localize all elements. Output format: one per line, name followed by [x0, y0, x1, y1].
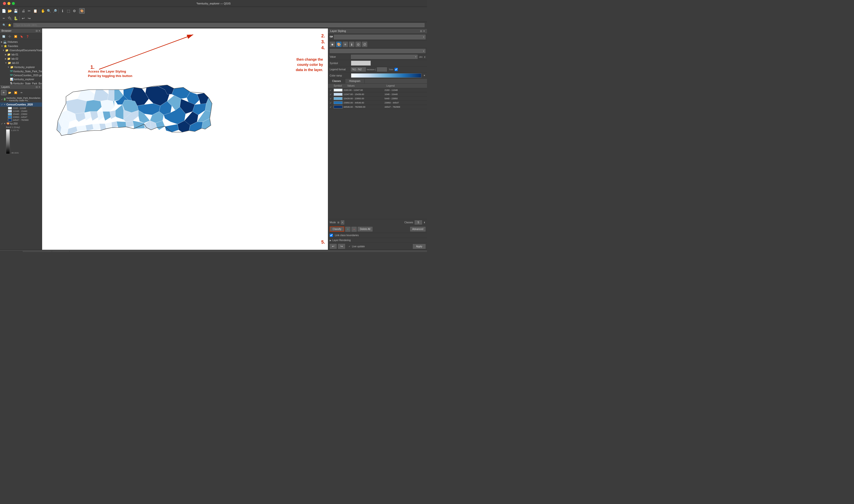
- save-project-icon[interactable]: 💾: [13, 8, 18, 14]
- layer-styling-toggle-icon[interactable]: 🎨: [79, 8, 85, 14]
- maximize-button[interactable]: [12, 2, 15, 5]
- cut-icon[interactable]: ✂: [26, 8, 32, 14]
- digitize-icon[interactable]: ✏: [1, 16, 6, 21]
- layer-styling-controls[interactable]: ⊟ ✕: [420, 30, 425, 32]
- close-button[interactable]: [3, 2, 6, 5]
- tab-rotation[interactable]: Rotation: [52, 251, 69, 252]
- value-field-select[interactable]: [351, 55, 417, 59]
- layer-select[interactable]: [334, 35, 426, 39]
- minimize-button[interactable]: [7, 2, 11, 5]
- tree-ky-explorer-folder[interactable]: ▼ 📁 Kentucky_explorer: [0, 65, 42, 69]
- tree-favorites[interactable]: ▼ ⭐ Favorites: [0, 44, 42, 48]
- pan-icon[interactable]: ✋: [40, 8, 46, 14]
- inverted-icon[interactable]: ⊙: [355, 41, 361, 47]
- layer-rendering-row[interactable]: ▶ Layer Rendering: [328, 238, 427, 242]
- locator-zoom-icon[interactable]: 🔍: [1, 22, 7, 28]
- classes-input[interactable]: [415, 220, 422, 224]
- color-ramp-arrow-icon[interactable]: ▼: [423, 74, 426, 77]
- tab-layer-styling[interactable]: Layer Styling: [0, 251, 22, 252]
- zoom-in-icon[interactable]: 🔍: [46, 8, 52, 14]
- layer-ky250-check[interactable]: ✓: [1, 122, 3, 125]
- class-row-5[interactable]: ✓ 44546.60 - 782969.00 44547 - 782969: [328, 105, 427, 109]
- tree-boundaries-zip[interactable]: 🗜 Kentucky_State_Park_Boundaries.zip: [0, 82, 42, 85]
- browser-filter-icon[interactable]: 🔽: [13, 34, 18, 39]
- heatmap-icon[interactable]: 🌡: [349, 41, 354, 47]
- no-symbol-icon[interactable]: ∅: [362, 41, 367, 47]
- class-check-5[interactable]: ✓: [330, 106, 334, 108]
- tree-trails-shp[interactable]: 🗺 Kentucky_State_Park_Trails.shp: [0, 69, 42, 73]
- link-checkbox[interactable]: [330, 234, 333, 237]
- class-swatch-5[interactable]: [334, 106, 342, 108]
- class-swatch-3[interactable]: [334, 97, 342, 100]
- locator-star-icon[interactable]: ⭐: [7, 22, 12, 28]
- class-check-3[interactable]: ✓: [330, 97, 334, 100]
- identify-icon[interactable]: ℹ: [60, 8, 65, 14]
- layer-boundaries-check[interactable]: ✓: [1, 98, 3, 101]
- layer-edit-icon[interactable]: ✏: [19, 90, 24, 95]
- layer-census[interactable]: ✓ ▼ CensusCounties_2020: [0, 103, 42, 107]
- tree-ky-explorer-proj[interactable]: 📊 kentucky_explorer: [0, 77, 42, 82]
- symbol-preview[interactable]: [351, 61, 371, 66]
- add-class-button[interactable]: +: [345, 227, 351, 232]
- undo-button[interactable]: ↩: [330, 244, 337, 249]
- undo-map-icon[interactable]: ↩: [21, 16, 26, 21]
- tab-processing-toolbox[interactable]: Processing Toolbox: [22, 251, 52, 252]
- ls-close-icon[interactable]: ✕: [423, 30, 425, 32]
- layers-close-icon[interactable]: ✕: [38, 86, 40, 88]
- redo-map-icon[interactable]: ↪: [26, 16, 32, 21]
- print-icon[interactable]: 🖨: [21, 8, 26, 14]
- tab-classes[interactable]: Classes: [328, 79, 345, 84]
- plugins-icon[interactable]: 🔌: [7, 16, 12, 21]
- browser-refresh-icon[interactable]: 🔄: [1, 34, 6, 39]
- layer-census-check[interactable]: ✓: [1, 103, 3, 106]
- layers-collapse-icon[interactable]: ⊟: [36, 86, 38, 88]
- renderer-select[interactable]: [330, 49, 426, 53]
- single-symbol-icon[interactable]: ■: [330, 41, 335, 47]
- browser-bookmark-icon[interactable]: 🔖: [19, 34, 24, 39]
- browser-close-icon[interactable]: ✕: [38, 30, 40, 32]
- map-area[interactable]: 1. Access the Layer StylingPanel by togg…: [42, 29, 328, 250]
- tree-lab02[interactable]: ▶ 📁 lab-02: [0, 57, 42, 61]
- window-controls[interactable]: [3, 2, 15, 5]
- mode-select[interactable]: [341, 220, 344, 224]
- rule-based-icon[interactable]: ≡: [342, 41, 348, 47]
- redo-button[interactable]: ↪: [338, 244, 345, 249]
- tree-lab01[interactable]: ▶ 📁 lab-01: [0, 53, 42, 57]
- copy-icon[interactable]: 📋: [33, 8, 38, 14]
- class-check-2[interactable]: ✓: [330, 93, 334, 96]
- layer-visible-icon[interactable]: 👁: [1, 90, 6, 95]
- tree-volumes[interactable]: ▶ 💻 /Volumes: [0, 40, 42, 44]
- class-swatch-1[interactable]: [334, 89, 342, 92]
- tree-lab03[interactable]: ▼ 📁 lab-03: [0, 61, 42, 65]
- tab-histogram[interactable]: Histogram: [345, 79, 365, 84]
- tree-census-geojson[interactable]: 🗺 CensusCounties_2020.geojson: [0, 73, 42, 77]
- delete-class-button[interactable]: −: [352, 227, 357, 232]
- open-project-icon[interactable]: 📂: [7, 8, 12, 14]
- classes-spin-icon[interactable]: ⬍: [424, 221, 426, 224]
- class-row-4[interactable]: ✓ 23950.00 - 44546.60 23950 - 44547: [328, 101, 427, 105]
- select-icon[interactable]: ⬚: [66, 8, 71, 14]
- zoom-out-icon[interactable]: 🔎: [52, 8, 57, 14]
- class-swatch-4[interactable]: [334, 101, 342, 104]
- categorized-icon[interactable]: 🎨: [336, 41, 341, 47]
- locator-input[interactable]: [13, 23, 425, 27]
- legend-format-input[interactable]: [351, 67, 366, 72]
- layer-filter-icon[interactable]: 🔽: [13, 90, 18, 95]
- ls-expand-icon[interactable]: ⊟: [420, 30, 422, 32]
- color-ramp-bar[interactable]: [351, 73, 421, 78]
- python-icon[interactable]: 🐍: [13, 16, 18, 21]
- classify-button[interactable]: Classify: [330, 227, 344, 232]
- class-row-3[interactable]: ✓ 15439.60 - 23950.00 5440 - 23950: [328, 96, 427, 101]
- browser-add-icon[interactable]: ➕: [7, 34, 12, 39]
- class-row-2[interactable]: ✓ 11047.60 - 15439.60 1048 - 15440: [328, 92, 427, 96]
- browser-help-icon[interactable]: ❓: [25, 34, 30, 39]
- delete-all-button[interactable]: Delete All: [358, 227, 373, 232]
- class-check-1[interactable]: ✓: [330, 89, 334, 92]
- trim-checkbox[interactable]: [394, 68, 398, 71]
- layers-panel-controls[interactable]: ⊟ ✕: [36, 86, 40, 88]
- class-check-4[interactable]: ✓: [330, 102, 334, 104]
- value-expr-icon[interactable]: ε: [424, 55, 426, 59]
- layer-open-icon[interactable]: 📂: [7, 90, 12, 95]
- layer-ky250[interactable]: ✓ ▼ 🌄 ky-250: [0, 122, 42, 126]
- browser-panel-controls[interactable]: ⊟ ✕: [36, 30, 40, 32]
